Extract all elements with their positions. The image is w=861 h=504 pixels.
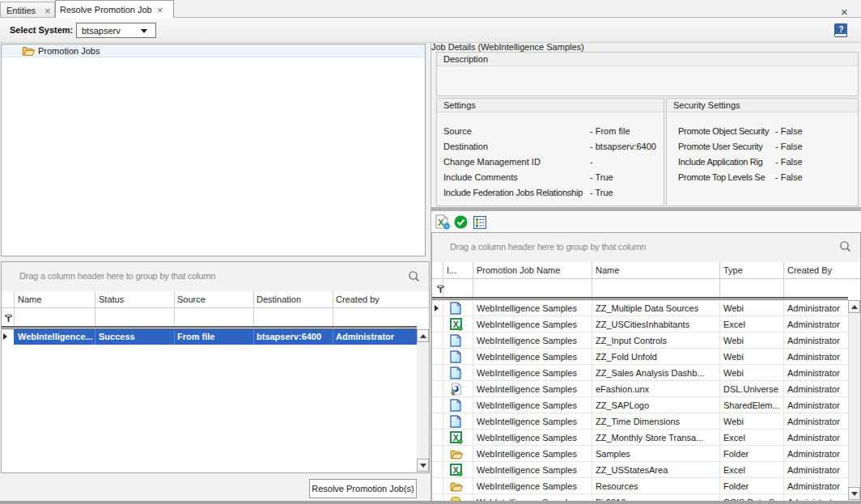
svg-text:?: ?	[838, 25, 843, 34]
